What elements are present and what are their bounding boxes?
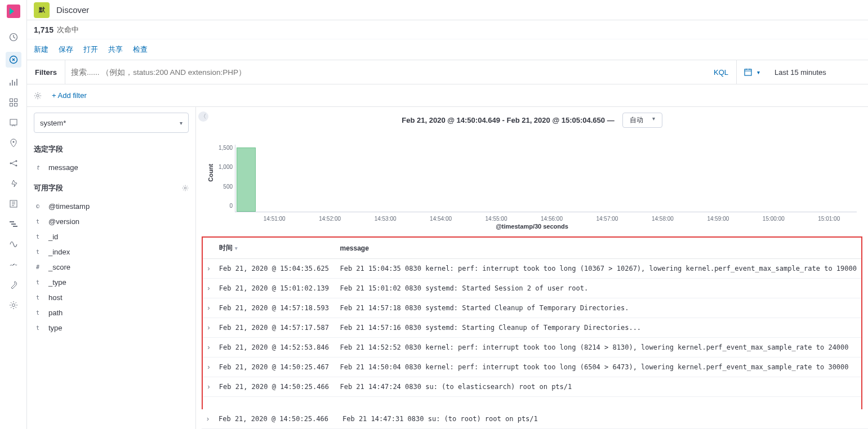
svg-rect-3 xyxy=(14,99,17,102)
time-header: Feb 21, 2020 @ 14:50:04.649 - Feb 21, 20… xyxy=(196,107,868,131)
cell-message: Feb 21 14:57:16 0830 systemd: Starting C… xyxy=(335,318,861,338)
expand-icon[interactable]: › xyxy=(203,279,215,298)
fields-settings-icon[interactable] xyxy=(182,185,189,191)
field-type-icon: t xyxy=(36,279,44,285)
app-title: Discover xyxy=(56,5,89,15)
field-item[interactable]: #_score xyxy=(34,260,189,275)
svg-rect-6 xyxy=(10,119,17,125)
svg-rect-4 xyxy=(10,104,12,106)
hit-count-row: 1,715 次命中 xyxy=(27,20,868,39)
open-link[interactable]: 打开 xyxy=(83,44,98,55)
cell-time: Feb 21, 2020 @ 14:50:25.467 xyxy=(215,358,336,377)
cell-time: Feb 21, 2020 @ 14:57:18.593 xyxy=(215,298,336,318)
filter-gear-icon[interactable] xyxy=(34,92,42,100)
interval-value: 自动 xyxy=(630,115,643,125)
cell-time: Feb 21, 2020 @ 14:57:17.587 xyxy=(215,318,336,338)
date-range-text[interactable]: Last 15 minutes xyxy=(767,60,868,84)
table-row[interactable]: ›Feb 21, 2020 @ 14:57:18.593Feb 21 14:57… xyxy=(203,298,861,318)
interval-select[interactable]: 自动 ▾ xyxy=(622,113,662,128)
field-item[interactable]: ttype xyxy=(34,320,189,336)
table-row[interactable]: ›Feb 21, 2020 @ 15:01:02.139Feb 21 15:01… xyxy=(203,279,861,298)
field-type-icon: t xyxy=(36,234,44,240)
inspect-link[interactable]: 检查 xyxy=(133,44,148,55)
svg-rect-14 xyxy=(13,226,17,227)
expand-icon[interactable]: › xyxy=(203,298,215,318)
share-link[interactable]: 共享 xyxy=(108,44,123,55)
hit-count-label: 次命中 xyxy=(57,25,79,35)
field-name: host xyxy=(48,293,63,302)
logs-icon[interactable] xyxy=(8,198,19,209)
field-name: _id xyxy=(48,233,58,241)
app-badge: 默 xyxy=(34,2,50,18)
table-row[interactable]: ›Feb 21, 2020 @ 14:50:25.466Feb 21 14:47… xyxy=(203,377,861,397)
date-quick-button[interactable]: ▾ xyxy=(736,60,767,84)
management-icon[interactable] xyxy=(8,300,19,311)
field-item[interactable]: tmessage xyxy=(34,160,189,175)
dashboard-icon[interactable] xyxy=(8,97,19,108)
index-pattern-select[interactable]: system* ▾ xyxy=(34,113,189,133)
chart-xlabel: @timestamp/30 seconds xyxy=(207,223,857,230)
docs-table-tail: › Feb 21, 2020 @ 14:50:25.466 Feb 21 14:… xyxy=(202,409,868,429)
canvas-icon[interactable] xyxy=(8,117,19,128)
field-type-icon: t xyxy=(36,218,44,225)
siem-icon[interactable] xyxy=(8,259,19,270)
col-time-header[interactable]: 时间 ▾ xyxy=(215,238,336,259)
table-row[interactable]: ›Feb 21, 2020 @ 14:52:53.846Feb 21 14:52… xyxy=(203,338,861,358)
cell-message: Feb 21 14:50:04 0830 kernel: perf: inter… xyxy=(335,358,861,377)
field-type-icon: t xyxy=(36,325,44,331)
cell-message: Feb 21 15:04:35 0830 kernel: perf: inter… xyxy=(335,259,861,279)
field-item[interactable]: tpath xyxy=(34,305,189,320)
table-row[interactable]: ›Feb 21, 2020 @ 15:04:35.625Feb 21 15:04… xyxy=(203,259,861,279)
maps-icon[interactable] xyxy=(8,137,19,149)
fields-panel: system* ▾ 选定字段 tmessage 可用字段 ©@timestamp… xyxy=(27,107,196,429)
svg-point-15 xyxy=(13,264,14,265)
search-input[interactable] xyxy=(71,68,700,77)
field-type-icon: # xyxy=(36,264,44,270)
new-link[interactable]: 新建 xyxy=(34,44,48,55)
table-row[interactable]: ›Feb 21, 2020 @ 14:50:25.467Feb 21 14:50… xyxy=(203,358,861,377)
svg-point-16 xyxy=(12,304,15,307)
field-item[interactable]: t_id xyxy=(34,229,189,244)
col-message-header[interactable]: message xyxy=(335,238,861,259)
cell-time: Feb 21, 2020 @ 14:50:25.466 xyxy=(215,377,336,397)
add-filter-link[interactable]: + Add filter xyxy=(52,91,87,100)
chart-bar xyxy=(237,148,256,212)
kql-toggle[interactable]: KQL xyxy=(706,60,736,84)
field-name: @timestamp xyxy=(48,202,90,211)
visualize-icon[interactable] xyxy=(8,77,19,88)
histogram-chart: Count 1,5001,0005000 14:51:0014:52:0014:… xyxy=(196,131,868,231)
cell-message: Feb 21 15:01:02 0830 systemd: Started Se… xyxy=(335,279,861,298)
search-input-wrap xyxy=(65,60,706,84)
field-type-icon: t xyxy=(36,310,44,316)
recent-icon[interactable] xyxy=(8,32,19,43)
discover-icon[interactable] xyxy=(6,52,21,68)
expand-icon[interactable]: › xyxy=(202,409,214,429)
available-fields-label: 可用字段 xyxy=(34,180,189,194)
field-name: path xyxy=(48,309,63,317)
save-link[interactable]: 保存 xyxy=(59,44,73,55)
kibana-logo[interactable] xyxy=(7,5,20,18)
field-item[interactable]: t@version xyxy=(34,214,189,229)
uptime-icon[interactable] xyxy=(8,239,19,250)
ml-icon[interactable] xyxy=(8,158,19,169)
dev-tools-icon[interactable] xyxy=(8,279,19,291)
field-item[interactable]: t_type xyxy=(34,275,189,290)
apm-icon[interactable] xyxy=(8,218,19,230)
expand-icon[interactable]: › xyxy=(203,259,215,279)
collapse-sidebar-icon[interactable]: 〈 xyxy=(198,111,208,122)
svg-point-19 xyxy=(184,187,186,189)
field-name: @version xyxy=(48,217,79,226)
expand-icon[interactable]: › xyxy=(203,338,215,358)
svg-rect-12 xyxy=(10,221,14,222)
chart-plot[interactable] xyxy=(235,145,857,212)
field-item[interactable]: thost xyxy=(34,290,189,305)
expand-icon[interactable]: › xyxy=(203,358,215,377)
field-item[interactable]: t_index xyxy=(34,244,189,260)
table-row[interactable]: › Feb 21, 2020 @ 14:50:25.466 Feb 21 14:… xyxy=(202,409,868,429)
field-item[interactable]: ©@timestamp xyxy=(34,199,189,214)
metrics-icon[interactable] xyxy=(8,178,19,189)
expand-icon[interactable]: › xyxy=(203,318,215,338)
table-row[interactable]: ›Feb 21, 2020 @ 14:57:17.587Feb 21 14:57… xyxy=(203,318,861,338)
expand-icon[interactable]: › xyxy=(203,377,215,397)
docs-table: 时间 ▾ message ›Feb 21, 2020 @ 15:04:35.62… xyxy=(203,238,861,397)
